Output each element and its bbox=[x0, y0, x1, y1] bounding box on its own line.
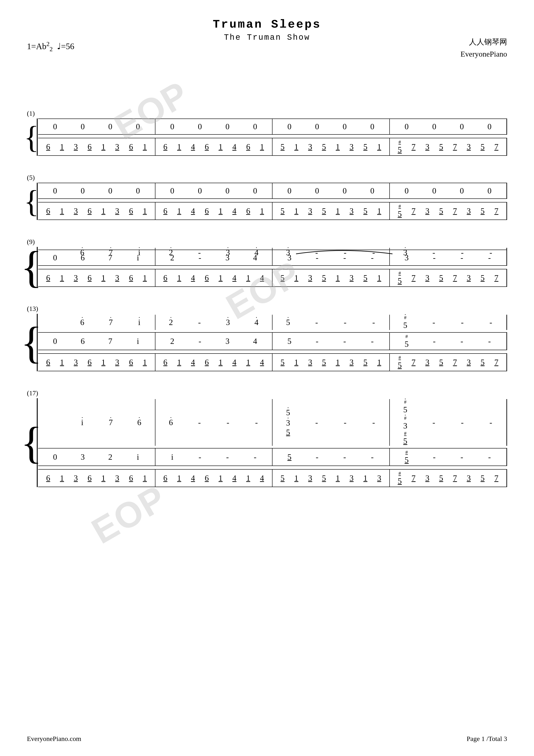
note: 1 bbox=[375, 206, 383, 216]
note: 0 bbox=[51, 253, 59, 262]
note: 0 bbox=[458, 186, 466, 196]
note: 3 bbox=[465, 358, 473, 367]
note: 6 bbox=[44, 206, 52, 216]
note: 1 bbox=[292, 273, 300, 283]
note: 5 bbox=[320, 206, 328, 216]
note: 1 bbox=[375, 142, 383, 151]
note: 5 bbox=[279, 273, 287, 283]
note: 1 bbox=[58, 206, 66, 216]
note: 0 bbox=[430, 122, 438, 131]
note: - bbox=[195, 318, 203, 327]
note: 3 bbox=[72, 473, 80, 483]
section-label-5: (17) bbox=[27, 389, 507, 397]
note: 6 bbox=[44, 473, 52, 483]
bass-row-2: 6 1 3 6 1 3 6 1 bbox=[38, 202, 507, 220]
note: 1 bbox=[244, 358, 252, 367]
note: 0 bbox=[485, 186, 494, 196]
note: 3 bbox=[423, 473, 431, 483]
note: 6 bbox=[203, 273, 211, 283]
note: 5 bbox=[479, 358, 487, 367]
note: 7 bbox=[451, 206, 459, 216]
note: - bbox=[313, 318, 321, 327]
note: #5 bbox=[403, 334, 411, 349]
note: 5 bbox=[279, 358, 287, 367]
footer: EveryonePiano.com Page 1 /Total 3 bbox=[27, 735, 507, 742]
section-2: (5) { 0 0 0 0 bbox=[27, 174, 507, 220]
note: 1 bbox=[258, 142, 266, 151]
note: 1 bbox=[99, 473, 108, 483]
note: 0 bbox=[51, 452, 59, 462]
note: 3 bbox=[223, 253, 231, 262]
note: 7 bbox=[410, 473, 418, 483]
meta-right: 人人钢琴网 EveryonePiano bbox=[460, 36, 507, 60]
brace-5: { bbox=[27, 398, 36, 487]
note: - bbox=[196, 253, 204, 262]
note: #5 bbox=[395, 203, 404, 219]
note: - bbox=[313, 418, 321, 427]
note: 6 bbox=[161, 473, 169, 483]
site-cn: 人人钢琴网 bbox=[460, 36, 507, 48]
note: 5 bbox=[279, 473, 287, 483]
note: 4 bbox=[189, 273, 197, 283]
treble-upper-4: 6· 7· i· 2· - 3· 4· 5· bbox=[38, 314, 507, 331]
note: 7 bbox=[410, 358, 418, 367]
note: #5 bbox=[395, 471, 404, 486]
note: 3 bbox=[306, 142, 314, 151]
note: 5 bbox=[479, 206, 487, 216]
note: 3 bbox=[113, 273, 121, 283]
note: 3 bbox=[423, 206, 431, 216]
note: 3 bbox=[423, 142, 431, 151]
note: 1 bbox=[99, 206, 108, 216]
note: i· bbox=[78, 418, 86, 427]
note: - bbox=[252, 418, 260, 427]
note: 4 bbox=[230, 473, 239, 483]
note: 1 bbox=[292, 358, 300, 367]
note: 1 bbox=[175, 206, 183, 216]
note: - bbox=[341, 318, 349, 327]
note: 5 bbox=[437, 358, 445, 367]
note: 1 bbox=[175, 142, 183, 151]
note: - bbox=[369, 418, 378, 427]
note: 3 bbox=[403, 253, 411, 262]
note: 7 bbox=[410, 273, 418, 283]
note: 0 bbox=[196, 186, 204, 196]
note: 1 bbox=[175, 473, 183, 483]
note: 7 bbox=[410, 142, 418, 151]
note: - bbox=[368, 337, 376, 346]
note: - bbox=[224, 418, 232, 427]
note: 3· bbox=[224, 318, 232, 327]
note: 4 bbox=[251, 253, 259, 262]
note: 1 bbox=[175, 358, 183, 367]
note: 1 bbox=[216, 273, 225, 283]
note: 0 bbox=[368, 122, 376, 131]
note: 1 bbox=[334, 142, 342, 151]
title: Truman Sleeps bbox=[27, 18, 507, 31]
note: - bbox=[195, 418, 203, 427]
treble-row-2: 0 0 0 0 0 0 0 bbox=[38, 183, 507, 199]
bass-row-4: 6 1 3 6 1 3 6 1 bbox=[38, 353, 507, 371]
note: 0 bbox=[485, 122, 494, 131]
system-1: { 0 0 0 0 bbox=[27, 119, 507, 156]
note: 5 bbox=[437, 273, 445, 283]
note: - bbox=[368, 452, 376, 462]
note: 1 bbox=[141, 206, 149, 216]
note: 5 bbox=[479, 142, 487, 151]
note: 5 bbox=[479, 273, 487, 283]
note: 6 bbox=[161, 206, 169, 216]
content-2: 0 0 0 0 0 0 0 bbox=[38, 183, 507, 220]
note: 7 bbox=[451, 473, 459, 483]
note: 0 bbox=[134, 186, 142, 196]
note: 7 bbox=[492, 358, 500, 367]
note: 7 bbox=[451, 142, 459, 151]
note: 6 bbox=[86, 273, 93, 283]
note: 6 bbox=[44, 273, 52, 283]
note: i bbox=[134, 452, 142, 462]
note: 0 bbox=[106, 122, 114, 131]
note: 6 bbox=[203, 358, 211, 367]
note: 0 bbox=[403, 122, 411, 131]
meta-left: 1=Ab22 ♩=56 bbox=[27, 40, 74, 53]
brace-4: { bbox=[27, 314, 36, 371]
note: 7 bbox=[106, 253, 114, 262]
note: 6 bbox=[127, 206, 135, 216]
barline-start-2 bbox=[37, 183, 38, 220]
